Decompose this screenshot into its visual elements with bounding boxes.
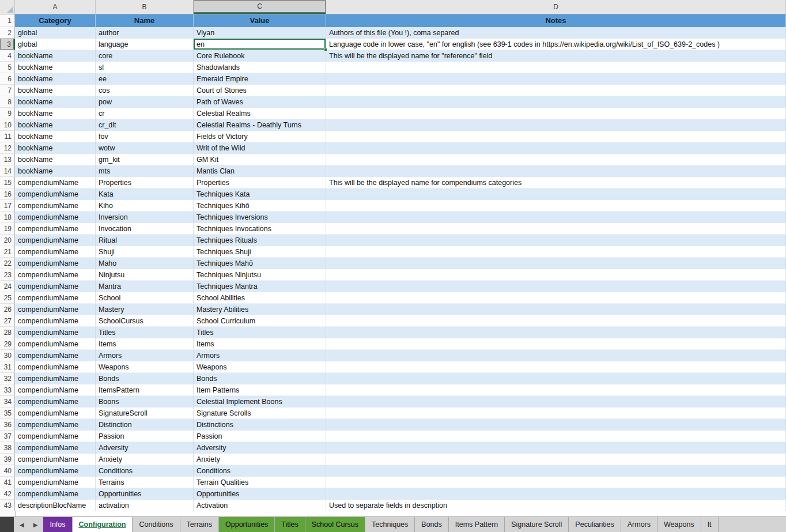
column-header-B[interactable]: B [96,0,194,14]
cell-D3[interactable]: Language code in lower case, "en" for en… [326,39,786,50]
cell-D10[interactable] [326,119,786,131]
row-header-39[interactable]: 39 [0,454,15,465]
row-header-22[interactable]: 22 [0,258,15,269]
cell-A10[interactable]: bookName [15,119,96,131]
cell-B11[interactable]: fov [96,131,194,142]
cell-B28[interactable]: Titles [96,327,194,338]
cell-B6[interactable]: ee [96,73,194,85]
header-cell-category[interactable]: Category [15,14,96,27]
cell-D5[interactable] [326,62,786,73]
row-header-1[interactable]: 1 [0,14,15,27]
sheet-nav-right-icon[interactable]: ▶ [33,522,38,528]
cell-A19[interactable]: compendiumName [15,223,96,235]
cell-C22[interactable]: Techniques Mahõ [194,258,326,269]
sheet-tab-armors[interactable]: Armors [621,517,657,532]
cell-D13[interactable] [326,154,786,165]
sheet-tab-configuration[interactable]: Configuration [73,517,133,532]
cell-C20[interactable]: Techniques Rituals [194,235,326,246]
cell-B8[interactable]: pow [96,96,194,108]
cell-D42[interactable] [326,488,786,500]
cell-B4[interactable]: core [96,50,194,62]
cell-B15[interactable]: Properties [96,177,194,188]
cell-A2[interactable]: global [15,27,96,39]
row-header-36[interactable]: 36 [0,419,15,431]
sheet-tab-peculiarities[interactable]: Peculiarities [569,517,621,532]
cell-C30[interactable]: Armors [194,350,326,361]
row-header-19[interactable]: 19 [0,223,15,235]
cell-D28[interactable] [326,327,786,338]
row-header-37[interactable]: 37 [0,431,15,442]
cell-B17[interactable]: Kiho [96,200,194,212]
cell-A7[interactable]: bookName [15,85,96,96]
cell-D22[interactable] [326,258,786,269]
cell-A11[interactable]: bookName [15,131,96,142]
cell-B42[interactable]: Opportunities [96,488,194,500]
sheet-tab-techniques[interactable]: Techniques [365,517,415,532]
cell-D2[interactable]: Authors of this file (You !), coma separ… [326,27,786,39]
header-cell-notes[interactable]: Notes [326,14,786,27]
row-header-38[interactable]: 38 [0,442,15,454]
cell-D32[interactable] [326,373,786,384]
cell-C43[interactable]: Activation [194,500,326,511]
select-all-corner[interactable] [0,0,15,14]
cell-D14[interactable] [326,165,786,177]
cell-D20[interactable] [326,235,786,246]
cell-D16[interactable] [326,188,786,200]
cell-B22[interactable]: Maho [96,258,194,269]
cell-B7[interactable]: cos [96,85,194,96]
cell-B39[interactable]: Anxiety [96,454,194,465]
cell-C13[interactable]: GM Kit [194,154,326,165]
row-header-11[interactable]: 11 [0,131,15,142]
row-header-9[interactable]: 9 [0,108,15,119]
cell-B21[interactable]: Shuji [96,246,194,258]
cell-C8[interactable]: Path of Waves [194,96,326,108]
row-header-14[interactable]: 14 [0,165,15,177]
cell-A21[interactable]: compendiumName [15,246,96,258]
cell-B16[interactable]: Kata [96,188,194,200]
cell-A14[interactable]: bookName [15,165,96,177]
cell-C18[interactable]: Techniques Inversions [194,212,326,223]
sheet-tab-titles[interactable]: Titles [275,517,305,532]
row-header-15[interactable]: 15 [0,177,15,188]
cell-D37[interactable] [326,431,786,442]
cell-D33[interactable] [326,384,786,396]
row-header-42[interactable]: 42 [0,488,15,500]
cell-A18[interactable]: compendiumName [15,212,96,223]
cell-B25[interactable]: School [96,292,194,304]
header-cell-value[interactable]: Value [194,14,326,27]
cell-A30[interactable]: compendiumName [15,350,96,361]
cell-C31[interactable]: Weapons [194,361,326,373]
cell-C27[interactable]: School Curriculum [194,315,326,327]
row-header-2[interactable]: 2 [0,27,15,39]
cell-C10[interactable]: Celestial Realms - Deathly Turns [194,119,326,131]
cell-A28[interactable]: compendiumName [15,327,96,338]
row-header-43[interactable]: 43 [0,500,15,511]
cell-A40[interactable]: compendiumName [15,465,96,477]
cell-B2[interactable]: author [96,27,194,39]
cell-D25[interactable] [326,292,786,304]
row-header-12[interactable]: 12 [0,142,15,154]
cell-B34[interactable]: Boons [96,396,194,408]
cell-B32[interactable]: Bonds [96,373,194,384]
cell-C25[interactable]: School Abilities [194,292,326,304]
cell-D43[interactable]: Used to separate fields in description [326,500,786,511]
cell-B24[interactable]: Mantra [96,281,194,292]
cell-B9[interactable]: cr [96,108,194,119]
row-header-13[interactable]: 13 [0,154,15,165]
cell-A5[interactable]: bookName [15,62,96,73]
cell-A26[interactable]: compendiumName [15,304,96,315]
cell-C4[interactable]: Core Rulebook [194,50,326,62]
cell-C40[interactable]: Conditions [194,465,326,477]
cell-C26[interactable]: Mastery Abilities [194,304,326,315]
cell-A13[interactable]: bookName [15,154,96,165]
cell-D40[interactable] [326,465,786,477]
cell-D18[interactable] [326,212,786,223]
cell-D30[interactable] [326,350,786,361]
sheet-tab-school-cursus[interactable]: School Cursus [305,517,365,532]
cell-B20[interactable]: Ritual [96,235,194,246]
cell-B18[interactable]: Inversion [96,212,194,223]
cell-C39[interactable]: Anxiety [194,454,326,465]
cell-C19[interactable]: Techniques Invocations [194,223,326,235]
row-header-4[interactable]: 4 [0,50,15,62]
cell-D6[interactable] [326,73,786,85]
